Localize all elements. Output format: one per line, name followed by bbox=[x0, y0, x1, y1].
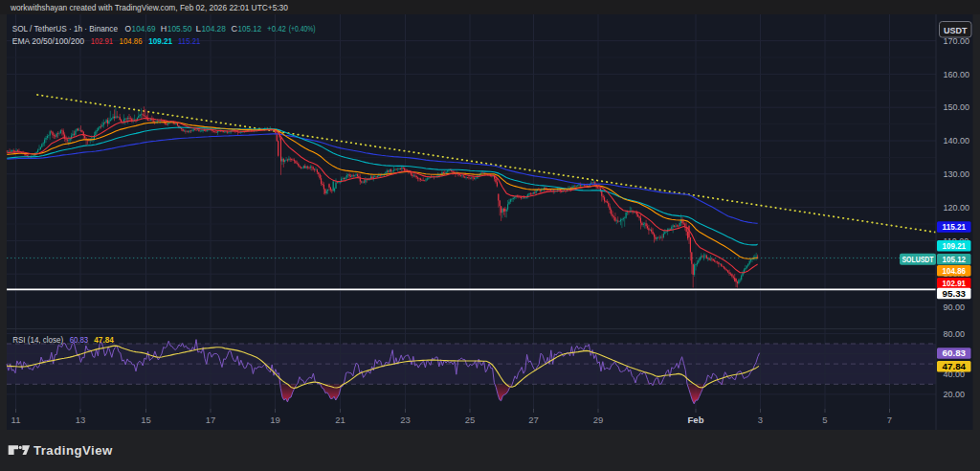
svg-text:160.00: 160.00 bbox=[944, 70, 970, 79]
svg-text:EMA 20/50/100/200: EMA 20/50/100/200 bbox=[12, 36, 84, 46]
svg-text:USDT: USDT bbox=[944, 26, 968, 35]
svg-text:23: 23 bbox=[400, 415, 411, 425]
svg-text:19: 19 bbox=[270, 415, 280, 425]
svg-text:130.00: 130.00 bbox=[944, 169, 970, 179]
svg-text:+0.42: +0.42 bbox=[267, 24, 286, 34]
svg-text:7: 7 bbox=[887, 415, 892, 425]
svg-text:27: 27 bbox=[528, 415, 539, 425]
svg-text:105.12: 105.12 bbox=[238, 24, 262, 34]
svg-text:115.21: 115.21 bbox=[178, 36, 200, 46]
svg-text:47.84: 47.84 bbox=[94, 335, 114, 345]
svg-text:104.69: 104.69 bbox=[132, 24, 156, 34]
svg-text:47.84: 47.84 bbox=[943, 362, 967, 371]
svg-text:21: 21 bbox=[335, 415, 345, 425]
svg-text:TradingView: TradingView bbox=[33, 443, 113, 458]
svg-text:120.00: 120.00 bbox=[944, 203, 970, 213]
svg-text:90.00: 90.00 bbox=[944, 303, 966, 312]
svg-text:115.21: 115.21 bbox=[943, 222, 967, 232]
svg-text:C: C bbox=[232, 24, 238, 34]
svg-text:17: 17 bbox=[206, 415, 216, 425]
svg-text:(+0.40%): (+0.40%) bbox=[289, 24, 316, 34]
svg-text:109.21: 109.21 bbox=[148, 36, 172, 46]
svg-text:102.91: 102.91 bbox=[91, 36, 113, 46]
svg-text:workwithshayan created with Tr: workwithshayan created with TradingView.… bbox=[10, 3, 288, 12]
svg-text:140.00: 140.00 bbox=[944, 136, 970, 146]
svg-text:SOL / TetherUS · 1h · Binance: SOL / TetherUS · 1h · Binance bbox=[12, 24, 118, 34]
svg-text:13: 13 bbox=[76, 415, 86, 425]
svg-text:109.21: 109.21 bbox=[943, 241, 967, 251]
svg-text:80.00: 80.00 bbox=[944, 329, 966, 339]
svg-text:60.83: 60.83 bbox=[943, 348, 967, 358]
svg-text:O: O bbox=[125, 24, 132, 34]
svg-text:L: L bbox=[195, 24, 201, 34]
svg-text:5: 5 bbox=[822, 415, 827, 425]
svg-text:29: 29 bbox=[593, 415, 604, 425]
svg-text:3: 3 bbox=[758, 415, 763, 425]
svg-text:104.86: 104.86 bbox=[943, 266, 967, 276]
svg-text:105.50: 105.50 bbox=[167, 24, 192, 34]
svg-text:25: 25 bbox=[465, 415, 476, 425]
svg-text:15: 15 bbox=[141, 415, 151, 425]
svg-text:Feb: Feb bbox=[688, 415, 704, 425]
svg-text:150.00: 150.00 bbox=[944, 102, 970, 112]
svg-text:11: 11 bbox=[11, 415, 21, 425]
svg-text:H: H bbox=[161, 24, 167, 34]
svg-text:60.83: 60.83 bbox=[70, 335, 89, 345]
svg-text:95.33: 95.33 bbox=[943, 289, 967, 299]
svg-text:SOLUSDT: SOLUSDT bbox=[902, 255, 935, 264]
svg-text:20.00: 20.00 bbox=[944, 390, 966, 399]
svg-text:104.28: 104.28 bbox=[201, 24, 226, 34]
svg-text:RSI (14, close): RSI (14, close) bbox=[12, 335, 63, 345]
svg-text:102.91: 102.91 bbox=[943, 279, 967, 288]
svg-text:105.12: 105.12 bbox=[943, 255, 967, 264]
svg-text:104.86: 104.86 bbox=[120, 36, 143, 46]
